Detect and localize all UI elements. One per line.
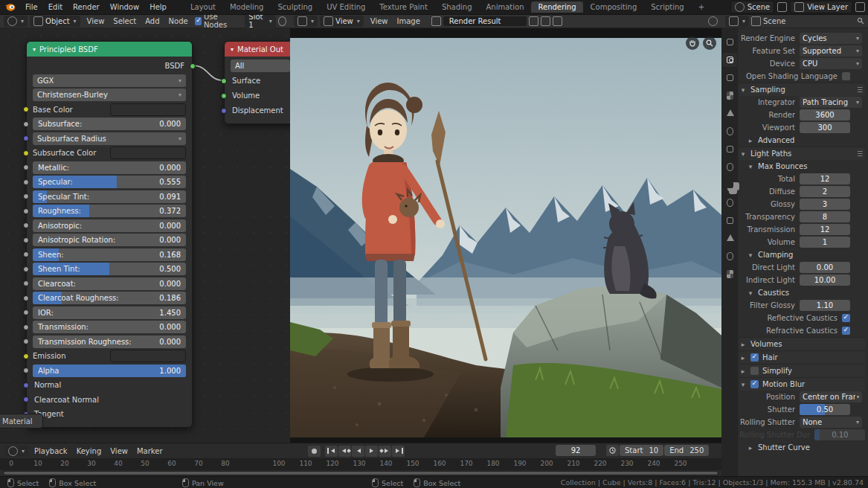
node-slider[interactable]: Clearcoat: 0.000 bbox=[33, 277, 186, 290]
node-slider[interactable]: Sheen Tint: 0.500 bbox=[33, 263, 186, 275]
properties-tab-view-layer[interactable] bbox=[722, 89, 737, 103]
bsdf-row-alpha[interactable]: Alpha 1.000 bbox=[33, 365, 186, 377]
prop-filter-glossy[interactable]: Filter Glossy 1.10 bbox=[739, 299, 865, 312]
bsdf-row-emission[interactable]: Emission bbox=[33, 350, 186, 362]
properties-tab-output[interactable] bbox=[722, 71, 737, 85]
node-dropdown[interactable]: GGX▾ bbox=[33, 74, 186, 87]
node-slider[interactable]: Anisotropic: 0.000 bbox=[33, 219, 186, 232]
number-field[interactable]: 8 bbox=[800, 211, 850, 222]
bsdf-row-anisotropic-rotation-[interactable]: Anisotropic Rotation: 0.000 bbox=[33, 234, 186, 246]
node-slider[interactable]: Sheen: 0.168 bbox=[33, 248, 186, 261]
number-field[interactable]: 12 bbox=[800, 173, 850, 184]
properties-tab-render[interactable] bbox=[722, 53, 737, 67]
node-socket[interactable] bbox=[23, 309, 29, 315]
checkbox[interactable] bbox=[842, 314, 850, 322]
node-slider[interactable]: Alpha 1.000 bbox=[33, 365, 186, 377]
timeline-menu-marker[interactable]: Marker bbox=[132, 446, 167, 456]
record-button[interactable] bbox=[308, 446, 321, 457]
dropdown[interactable]: Supported▾ bbox=[800, 45, 862, 57]
image-menu-view[interactable]: View bbox=[366, 16, 393, 26]
node-socket[interactable] bbox=[23, 396, 29, 402]
node-canvas[interactable]: ▾ Principled BSDF BSDF bbox=[0, 28, 290, 443]
timeline-menu-keying[interactable]: Keying bbox=[72, 446, 106, 456]
menu-help[interactable]: Help bbox=[144, 2, 172, 12]
workspace-tab-sculpting[interactable]: Sculpting bbox=[271, 1, 319, 13]
node-socket[interactable] bbox=[23, 367, 29, 373]
panel-checkbox[interactable] bbox=[750, 367, 759, 375]
workspace-tab-texture-paint[interactable]: Texture Paint bbox=[373, 1, 434, 13]
bsdf-row-specular-tint-[interactable]: Specular Tint: 0.091 bbox=[33, 190, 186, 203]
node-slider[interactable]: Anisotropic Rotation: 0.000 bbox=[33, 234, 186, 246]
prop-hair[interactable]: Hair bbox=[739, 350, 865, 364]
material-output-node[interactable]: ▾ Material Out All bbox=[224, 41, 290, 124]
node-socket[interactable] bbox=[23, 251, 29, 257]
timeline-menu-view[interactable]: View bbox=[106, 446, 132, 456]
frame-end-field[interactable]: End250 bbox=[664, 445, 709, 456]
prop-bounces-transparency[interactable]: Transparency 8 bbox=[739, 211, 865, 223]
bsdf-row-base-color[interactable]: Base Color bbox=[33, 103, 186, 116]
node-dropdown[interactable]: Subsurface Radius▾ bbox=[33, 132, 186, 145]
node-socket[interactable] bbox=[23, 121, 29, 127]
bsdf-row-clearcoat-[interactable]: Clearcoat: 0.000 bbox=[33, 277, 186, 290]
checkbox[interactable] bbox=[842, 72, 850, 80]
panel-checkbox[interactable] bbox=[750, 380, 759, 388]
slot-dropdown[interactable]: Slot 1▾ bbox=[245, 14, 276, 30]
bsdf-row-bsdf[interactable]: BSDF bbox=[33, 60, 186, 72]
prop-sampling[interactable]: Sampling ☰ bbox=[739, 83, 865, 96]
remove-view-layer-icon[interactable] bbox=[855, 2, 865, 12]
color-swatch[interactable] bbox=[110, 350, 186, 362]
node-slider[interactable]: Subsurface: 0.000 bbox=[33, 118, 186, 130]
node-socket[interactable] bbox=[23, 324, 29, 330]
bsdf-row-transmission-roughness-[interactable]: Transmission Roughness: 0.000 bbox=[33, 336, 186, 348]
node-socket[interactable] bbox=[23, 193, 29, 199]
bsdf-row-christensen-burley[interactable]: Christensen-Burley▾ bbox=[33, 89, 186, 101]
bsdf-row-specular-[interactable]: Specular: 0.555 bbox=[33, 176, 186, 188]
properties-tab-modifiers[interactable] bbox=[722, 160, 737, 174]
prop-bounces-transmission[interactable]: Transmission 12 bbox=[739, 223, 865, 236]
open-image-icon[interactable] bbox=[541, 16, 550, 26]
node-slider[interactable]: Specular: 0.555 bbox=[33, 176, 186, 188]
prop-render-engine[interactable]: Render Engine Cycles▾ bbox=[739, 32, 865, 45]
prop-rolling-shutter-duration[interactable]: Rolling Shutter Dur 0.10 bbox=[739, 428, 865, 441]
menu-render[interactable]: Render bbox=[68, 2, 105, 12]
number-field[interactable]: 3600 bbox=[800, 109, 850, 121]
node-socket[interactable] bbox=[23, 382, 29, 388]
workspace-tab-scripting[interactable]: Scripting bbox=[644, 1, 690, 13]
node-slider[interactable]: Specular Tint: 0.091 bbox=[33, 190, 186, 203]
scene-selector[interactable]: Scene bbox=[730, 1, 775, 13]
number-field[interactable]: 10.00 bbox=[800, 274, 850, 286]
prop-device[interactable]: Device CPU▾ bbox=[739, 57, 865, 70]
prop-shutter-curve[interactable]: Shutter Curve bbox=[739, 441, 865, 454]
node-socket[interactable] bbox=[23, 179, 29, 185]
color-swatch[interactable] bbox=[110, 103, 186, 116]
prop-bounces-total[interactable]: Total 12 bbox=[739, 173, 865, 185]
browse-material-icon[interactable] bbox=[278, 16, 286, 26]
properties-tab-constraints[interactable] bbox=[722, 214, 737, 228]
bsdf-row-clearcoat-normal[interactable]: Clearcoat Normal bbox=[33, 394, 186, 406]
bsdf-row-metallic-[interactable]: Metallic: 0.000 bbox=[33, 161, 186, 174]
use-nodes-checkbox[interactable] bbox=[195, 17, 202, 25]
node-slider[interactable]: Roughness: 0.372 bbox=[33, 205, 186, 217]
shader-mode-dropdown[interactable]: Object▾ bbox=[30, 16, 80, 27]
current-frame-field[interactable]: 92 bbox=[556, 445, 596, 456]
collapse-icon[interactable]: ▾ bbox=[231, 46, 234, 53]
node-dropdown[interactable]: All bbox=[231, 60, 290, 72]
prop-samples-viewport[interactable]: Viewport 300 bbox=[739, 121, 865, 134]
node-menu-select[interactable]: Select bbox=[109, 16, 141, 26]
prop-bounces-volume[interactable]: Volume 1 bbox=[739, 236, 865, 248]
bsdf-row-clearcoat-roughness-[interactable]: Clearcoat Roughness: 0.186 bbox=[33, 292, 186, 304]
bsdf-row-normal[interactable]: Normal bbox=[33, 379, 186, 391]
view-layer-selector[interactable]: View Layer bbox=[790, 1, 852, 13]
prev-keyframe-button[interactable] bbox=[338, 446, 351, 457]
panel-checkbox[interactable] bbox=[750, 353, 759, 362]
image-menu-image[interactable]: Image bbox=[393, 16, 425, 26]
editor-type-button[interactable]: ▾ bbox=[4, 16, 28, 27]
node-socket[interactable] bbox=[23, 106, 29, 112]
properties-tab-physics[interactable] bbox=[722, 196, 737, 210]
number-field[interactable]: 1 bbox=[800, 237, 850, 248]
node-slider[interactable]: Transmission: 0.000 bbox=[33, 321, 186, 333]
jump-to-end-button[interactable] bbox=[392, 446, 405, 457]
properties-tab-material[interactable] bbox=[722, 249, 737, 263]
prop-advanced[interactable]: Advanced bbox=[739, 134, 865, 147]
prop-integrator[interactable]: Integrator Path Tracing▾ bbox=[739, 96, 865, 109]
